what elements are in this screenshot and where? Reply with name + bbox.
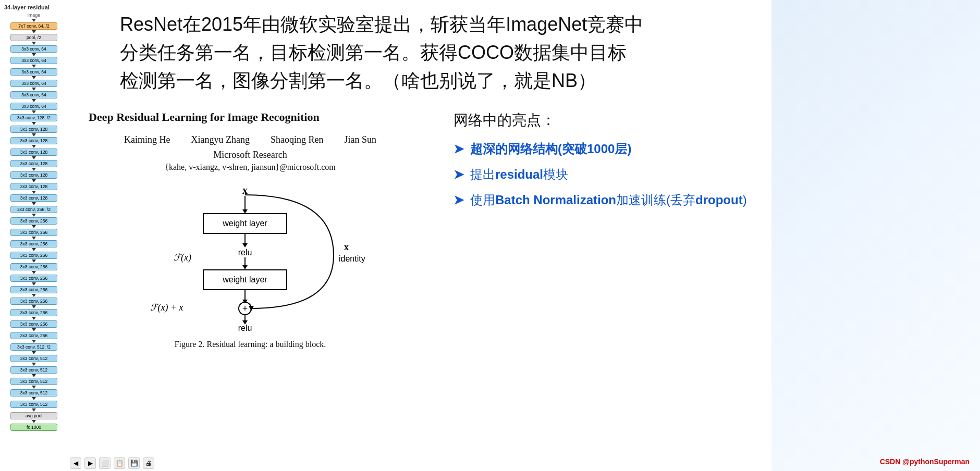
sidebar-title: 34-layer residual [2, 4, 66, 10]
sidebar-layer-box-7: 3x3 conv, 64 [10, 103, 57, 110]
top-text-block: ResNet在2015年由微软实验室提出，斩获当年ImageNet竞赛中 分类任… [120, 10, 959, 95]
svg-text:relu: relu [238, 324, 252, 332]
paper-left: Deep Residual Learning for Image Recogni… [89, 110, 412, 349]
sidebar-arrow-34 [32, 408, 36, 412]
sidebar-arrow-12 [32, 156, 36, 159]
svg-text:x: x [242, 184, 248, 196]
toolbar-btn-5[interactable]: 💾 [128, 457, 140, 469]
author-2: Xiangyu Zhang [191, 134, 249, 145]
sidebar-layer-box-34: avg pool [10, 412, 57, 419]
author-1: Kaiming He [124, 134, 170, 145]
svg-text:weight layer: weight layer [222, 219, 267, 228]
sidebar-layer-13: 3x3 conv, 128 [2, 167, 66, 179]
toolbar-btn-2[interactable]: ▶ [84, 457, 96, 469]
sidebar-arrow-21 [32, 259, 36, 263]
sidebar-layer-box-30: 3x3 conv, 512 [10, 366, 57, 374]
sidebar-layer-box-8: 3x3 conv, 128, /2 [10, 114, 57, 121]
sidebar-arrow-23 [32, 282, 36, 286]
sidebar-arrow-13 [32, 168, 36, 171]
sidebar-layer-box-20: 3x3 conv, 256 [10, 252, 57, 259]
sidebar-arrow-16 [32, 202, 36, 205]
sidebar-layer-2: 3x3 conv, 64 [2, 41, 66, 53]
sidebar-arrow-31 [32, 374, 36, 377]
highlight-arrow-2: ➤ [454, 166, 464, 182]
sidebar-layer-21: 3x3 conv, 256 [2, 259, 66, 270]
sidebar-arrow-9 [32, 122, 36, 125]
highlights-section: 网络中的亮点： ➤ 超深的网络结构(突破1000层) ➤ 提出residual模… [443, 110, 959, 218]
sidebar-layer-box-9: 3x3 conv, 128 [10, 126, 57, 133]
sidebar-arrow-17 [32, 214, 36, 217]
sidebar-layer-box-24: 3x3 conv, 256 [10, 298, 57, 305]
sidebar-layer-15: 3x3 conv, 128 [2, 190, 66, 202]
sidebar-layer-box-19: 3x3 conv, 256 [10, 240, 57, 247]
sidebar-layer-box-21: 3x3 conv, 256 [10, 263, 57, 270]
sidebar-arrow-18 [32, 225, 36, 228]
sidebar-arrow-7 [32, 99, 36, 102]
sidebar-arrow-2 [32, 42, 36, 45]
sidebar-arrow-3 [32, 53, 36, 56]
sidebar-layer-box-15: 3x3 conv, 128 [10, 194, 57, 202]
highlight-item-2: ➤ 提出residual模块 [454, 166, 959, 182]
sidebar-arrow-30 [32, 363, 36, 366]
svg-text:weight layer: weight layer [222, 275, 267, 284]
sidebar-arrow-4 [32, 65, 36, 68]
diagram-caption: Figure 2. Residual learning: a building … [175, 340, 326, 349]
sidebar-layer-box-35: fc 1000 [10, 424, 57, 431]
sidebar-layer-11: 3x3 conv, 128 [2, 144, 66, 156]
sidebar-layer-3: 3x3 conv, 64 [2, 53, 66, 64]
sidebar-layer-box-2: 3x3 conv, 64 [10, 45, 57, 53]
sidebar-arrow-15 [32, 191, 36, 194]
sidebar-arrow-24 [32, 294, 36, 297]
sidebar-arrow-10 [32, 133, 36, 137]
sidebar-layer-box-26: 3x3 conv, 256 [10, 320, 57, 328]
sidebar-layers: 7x7 conv, 64, /2pool, /23x3 conv, 643x3 … [2, 18, 66, 431]
sidebar-layer-16: 3x3 conv, 256, /2 [2, 202, 66, 213]
sidebar-layer-25: 3x3 conv, 256 [2, 305, 66, 316]
svg-text:+: + [242, 303, 248, 314]
sidebar-arrow-14 [32, 179, 36, 182]
sidebar-layer-10: 3x3 conv, 128 [2, 133, 66, 144]
sidebar-layer-box-13: 3x3 conv, 128 [10, 171, 57, 179]
svg-marker-9 [242, 265, 248, 269]
toolbar-btn-1[interactable]: ◀ [70, 457, 81, 469]
main-content: ResNet在2015年由微软实验室提出，斩获当年ImageNet竞赛中 分类任… [68, 0, 980, 471]
sidebar-input-label: image [2, 13, 66, 18]
highlight-text-3: 使用Batch Normalization加速训练(丢弃dropout) [470, 192, 747, 208]
sidebar-layer-9: 3x3 conv, 128 [2, 121, 66, 133]
sidebar-layer-box-17: 3x3 conv, 256 [10, 217, 57, 225]
sidebar-layer-box-5: 3x3 conv, 64 [10, 80, 57, 87]
paper-section: Deep Residual Learning for Image Recogni… [89, 110, 959, 349]
sidebar-layer-27: 3x3 conv, 256 [2, 328, 66, 339]
sidebar-arrow-0 [32, 19, 36, 22]
toolbar-btn-6[interactable]: 🖨 [143, 457, 154, 469]
sidebar-layer-35: fc 1000 [2, 419, 66, 431]
toolbar-btn-4[interactable]: 📋 [114, 457, 125, 469]
svg-text:ℱ(x): ℱ(x) [174, 252, 191, 263]
highlight-text-2: 提出residual模块 [470, 166, 568, 182]
sidebar-arrow-5 [32, 76, 36, 79]
svg-marker-6 [242, 243, 248, 247]
sidebar-arrow-8 [32, 110, 36, 114]
sidebar-layer-box-0: 7x7 conv, 64, /2 [10, 22, 57, 30]
sidebar-layer-17: 3x3 conv, 256 [2, 213, 66, 225]
sidebar-arrow-29 [32, 351, 36, 354]
sidebar-layer-18: 3x3 conv, 256 [2, 225, 66, 236]
watermark: CSDN @pythonSuperman [880, 457, 970, 466]
highlight-text-1: 超深的网络结构(突破1000层) [470, 141, 631, 157]
sidebar-layer-23: 3x3 conv, 256 [2, 282, 66, 293]
toolbar-btn-3[interactable]: ⬜ [99, 457, 111, 469]
highlight-item-1: ➤ 超深的网络结构(突破1000层) [454, 141, 959, 157]
sidebar-layer-34: avg pool [2, 408, 66, 419]
paper-affiliation: Microsoft Research [89, 150, 412, 160]
sidebar-arrow-11 [32, 145, 36, 148]
author-3: Shaoqing Ren [271, 134, 324, 145]
highlight-item-3: ➤ 使用Batch Normalization加速训练(丢弃dropout) [454, 192, 959, 208]
sidebar-layer-0: 7x7 conv, 64, /2 [2, 18, 66, 30]
sidebar-layer-14: 3x3 conv, 128 [2, 179, 66, 190]
svg-text:relu: relu [238, 248, 252, 257]
sidebar-layer-box-11: 3x3 conv, 128 [10, 148, 57, 156]
sidebar-layer-box-10: 3x3 conv, 128 [10, 137, 57, 144]
sidebar-layer-box-12: 3x3 conv, 128 [10, 160, 57, 167]
sidebar-arrow-27 [32, 328, 36, 331]
sidebar-arrow-6 [32, 88, 36, 91]
